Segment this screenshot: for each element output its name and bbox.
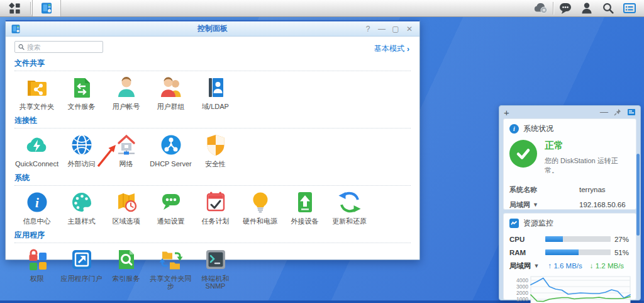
item-task-scheduler[interactable]: 任务计划 (193, 189, 238, 225)
resource-monitor-title: 资源监控 (523, 218, 553, 229)
terminal-snmp-icon (203, 247, 228, 272)
item-label: 区域选项 (104, 217, 148, 225)
maximize-button[interactable]: ▢ (391, 24, 401, 34)
lan-speed-row: 局域网 ▼ ↑ 1.6 MB/s ↓ 1.2 MB/s (509, 259, 630, 273)
item-theme[interactable]: 主题样式 (59, 189, 104, 225)
item-indexing[interactable]: 索引服务 (104, 246, 148, 290)
dhcp-server-icon (158, 132, 184, 157)
user-account-icon (114, 75, 139, 100)
minimize-button[interactable]: — (377, 24, 387, 34)
download-speed: ↓ 1.2 MB/s (590, 262, 624, 270)
window-controls: ? — ▢ ✕ (363, 24, 414, 34)
item-external-device[interactable]: 外接设备 (282, 189, 327, 225)
sections-container: 文件共享共享文件夹文件服务用户帐号用户群组域/LDAP连接性QuickConne… (14, 58, 411, 290)
privileges-icon (25, 247, 50, 272)
item-security[interactable]: 安全性 (193, 132, 238, 168)
section-header-2: 系统 (14, 173, 411, 186)
control-panel-taskbar-button[interactable] (32, 0, 61, 16)
item-label: 应用程序门户 (59, 275, 104, 282)
search-icon (18, 43, 25, 50)
cloud-sync-button[interactable] (530, 0, 552, 16)
section-header-0: 文件共享 (14, 58, 411, 71)
add-widget-button[interactable]: + (504, 108, 509, 117)
widgets-icon (623, 3, 636, 13)
widgets-button[interactable] (619, 0, 640, 16)
network-icon (114, 132, 139, 157)
item-quickconnect[interactable]: QuickConnect (14, 132, 59, 168)
item-regional[interactable]: 区域选项 (104, 189, 148, 225)
theme-icon (69, 190, 94, 215)
security-icon (203, 132, 228, 157)
item-user-group[interactable]: 用户群组 (148, 74, 193, 110)
item-user-account[interactable]: 用户帐号 (104, 74, 148, 110)
system-name-row: 系统名称 terrynas (509, 182, 630, 197)
notifications-button[interactable] (555, 0, 576, 16)
hardware-power-icon (248, 190, 273, 215)
item-dhcp-server[interactable]: DHCP Server (148, 132, 193, 168)
item-file-services[interactable]: 文件服务 (59, 74, 104, 110)
cpu-percent: 27% (614, 236, 629, 243)
down-arrow-icon: ↓ (590, 262, 594, 270)
search-input[interactable] (27, 43, 99, 51)
search-box (14, 41, 103, 53)
widget-scrollbar-thumb[interactable] (636, 154, 640, 236)
close-button[interactable]: ✕ (404, 24, 414, 34)
resource-monitor-panel: 资源监控 CPU 27% RAM 51% 局域网 ▼ ↑ 1.6 MB/s ↓ … (503, 213, 636, 300)
search-button[interactable] (597, 0, 619, 16)
taskbar-separator (553, 2, 553, 14)
widget-header: + — (499, 106, 640, 118)
external-access-icon (69, 132, 94, 157)
section-items-0: 共享文件夹文件服务用户帐号用户群组域/LDAP (14, 74, 411, 110)
item-label: 安全性 (193, 160, 238, 168)
ram-bar (545, 249, 611, 255)
item-label: 索引服务 (104, 275, 148, 282)
pin-icon[interactable] (614, 108, 621, 116)
window-titlebar[interactable]: 控制面板 ? — ▢ ✕ (6, 21, 419, 37)
svg-text:1000: 1000 (516, 296, 528, 302)
basic-mode-link[interactable]: 基本模式 › (374, 43, 409, 54)
item-app-portal[interactable]: 应用程序门户 (59, 246, 104, 290)
item-label: 共享文件夹同步 (148, 275, 193, 290)
main-menu-button[interactable] (0, 0, 29, 16)
ram-label: RAM (509, 249, 526, 256)
cpu-row: CPU 27% (509, 232, 630, 246)
item-external-access[interactable]: 外部访问 (59, 132, 104, 168)
system-name-value: terrynas (579, 186, 606, 193)
chat-bubble-icon (559, 3, 572, 14)
widget-panel-icon[interactable] (627, 108, 636, 116)
item-info-center[interactable]: i信息中心 (14, 189, 59, 225)
update-restore-icon (337, 190, 362, 215)
item-label: 外接设备 (282, 217, 327, 225)
item-terminal-snmp[interactable]: 终端机和 SNMP (193, 246, 238, 290)
basic-mode-label: 基本模式 (374, 43, 404, 54)
item-label: QuickConnect (14, 160, 59, 168)
item-domain-ldap[interactable]: 域/LDAP (193, 74, 238, 110)
domain-ldap-icon (203, 75, 228, 100)
item-hardware-power[interactable]: 硬件和电源 (238, 189, 282, 225)
item-label: 更新和还原 (327, 217, 372, 225)
item-network[interactable]: 网络 (104, 132, 148, 168)
item-folder-sync[interactable]: 共享文件夹同步 (148, 246, 193, 290)
help-button[interactable]: ? (363, 24, 373, 34)
item-notification[interactable]: 通知设置 (148, 189, 193, 225)
lan-speed-dropdown-caret[interactable]: ▼ (534, 263, 540, 269)
item-shared-folder[interactable]: 共享文件夹 (14, 74, 59, 110)
control-panel-window: 控制面板 ? — ▢ ✕ 基本模式 › 文件共享共享文件夹文件服务用户帐号用户群… (5, 20, 420, 260)
lan-dropdown-caret[interactable]: ▼ (533, 202, 538, 208)
window-content: 基本模式 › 文件共享共享文件夹文件服务用户帐号用户群组域/LDAP连接性Qui… (6, 37, 419, 290)
folder-sync-icon (158, 247, 184, 272)
item-label: 任务计划 (193, 217, 238, 225)
item-label: 域/LDAP (193, 103, 238, 110)
user-menu-button[interactable] (576, 0, 597, 16)
task-scheduler-icon (203, 190, 228, 215)
section-items-1: QuickConnect外部访问网络DHCP Server安全性 (14, 132, 411, 168)
item-privileges[interactable]: 权限 (14, 246, 59, 290)
section-header-1: 连接性 (14, 115, 411, 129)
item-label: 文件服务 (59, 103, 104, 110)
regional-icon (114, 190, 139, 215)
item-update-restore[interactable]: 更新和还原 (327, 189, 372, 225)
collapse-widget-button[interactable]: — (600, 109, 608, 115)
lan-throughput-chart: 01000200030004000 (509, 274, 630, 303)
lan-label: 局域网 (509, 200, 530, 210)
file-services-icon (69, 75, 94, 100)
